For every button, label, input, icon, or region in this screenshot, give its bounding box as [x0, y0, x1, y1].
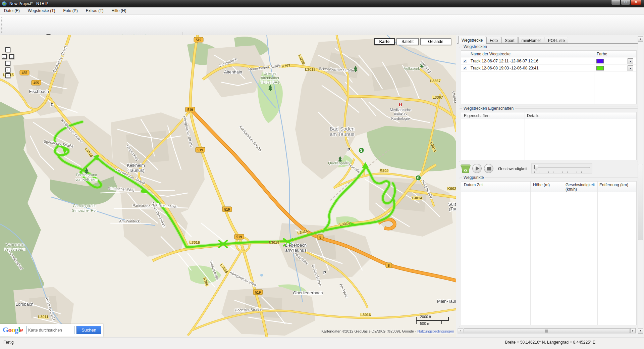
panel-vscrollbar[interactable]: ▴ ▾ [638, 36, 643, 334]
track-color-swatch[interactable] [596, 66, 604, 70]
search-button[interactable]: Suchen [76, 326, 101, 334]
svg-text:8: 8 [319, 236, 321, 239]
column-header-eigenschaften[interactable]: Eigenschaften [464, 113, 489, 118]
map-label: L3016 [360, 313, 371, 317]
map-label: L3011 [38, 315, 49, 319]
menu-bar: Datei (F)Wegstrecke (T)Foto (P)Extras (T… [0, 7, 644, 15]
map-label: L3367 [432, 95, 443, 99]
svg-text:519: 519 [198, 148, 203, 152]
map-label: Walterstein [6, 243, 24, 247]
scroll-right-arrow[interactable]: ▸ [630, 328, 636, 333]
pan-down-button[interactable]: ↓ [5, 61, 10, 66]
google-logo: Google [3, 326, 23, 334]
status-bar: Fertig Breite = 50,146216° N, Längengrad… [0, 337, 644, 349]
wegstrecken-group-label: Wegstrecken [462, 44, 488, 49]
map-label: Main-Taunu [437, 299, 456, 304]
minimize-button[interactable]: — [611, 0, 621, 5]
wegpunkte-column-header[interactable]: Höhe (m) [533, 183, 563, 187]
menu-item[interactable]: Extras (T) [82, 7, 108, 14]
zoom-out-button[interactable]: − [5, 73, 10, 78]
speed-label: Geschwindigkeit [498, 166, 527, 171]
slider-thumb[interactable] [534, 165, 538, 170]
toolbar-grip[interactable] [1, 17, 2, 33]
track-checkbox[interactable]: ✔ [463, 66, 467, 70]
map-label: L3014 [412, 196, 422, 200]
svg-text:519: 519 [255, 291, 261, 294]
track-color-swatch[interactable] [596, 59, 604, 63]
track-color-dropdown-button[interactable]: ▼ [628, 58, 633, 64]
search-input[interactable] [26, 326, 74, 334]
hscroll-thumb[interactable] [464, 328, 630, 333]
map-pond [260, 274, 263, 277]
map-label: L3016 [189, 240, 200, 244]
track-list: ✔Track 12-06-07 12:11~12-06-07 12:16▼✔Tr… [461, 58, 636, 104]
eigenschaften-group-label: Wegstrecken Eigenschaften [462, 106, 515, 111]
pan-up-button[interactable]: ↑ [5, 47, 10, 52]
map-type-Satellit[interactable]: Satellit [396, 38, 419, 45]
wegpunkte-column-header[interactable]: Entfernung (km) [599, 183, 633, 187]
zoom-in-button[interactable]: + [5, 67, 10, 72]
tab-miniHomer[interactable]: miniHomer [518, 37, 544, 44]
wegstrecken-group: Wegstrecken Name der Wegstrecke Farbe ✔T… [459, 47, 639, 106]
tab-POI-Liste[interactable]: POI-Liste [545, 37, 568, 44]
map-search-bar: Google Suchen [0, 324, 103, 337]
map-label: P [51, 102, 54, 107]
menu-item[interactable]: Wegstrecke (T) [24, 7, 59, 14]
wegpunkte-column-header[interactable]: Geschwindigkeit (km/h) [566, 183, 598, 192]
tab-Foto[interactable]: Foto [486, 37, 501, 44]
route-shield: 519 [253, 290, 263, 295]
column-header-name[interactable]: Name der Wegstrecke [471, 52, 511, 56]
scroll-left-arrow[interactable]: ◂ [458, 328, 463, 333]
map-label: Medizinische [390, 108, 411, 112]
wegpunkte-group: Wegpunkte Datum ZeitHöhe (m)Geschwindigk… [459, 178, 639, 327]
tab-Sport[interactable]: Sport [501, 37, 518, 44]
sbahn-logo: S [359, 148, 364, 153]
wegpunkte-group-label: Wegpunkte [462, 175, 485, 180]
track-checkbox[interactable]: ✔ [463, 59, 467, 63]
delete-track-button[interactable]: ♻ [460, 163, 471, 174]
column-header-details[interactable]: Details [527, 113, 539, 118]
track-row[interactable]: ✔Track 12-06-08 19:03~12-06-08 23:41▼ [461, 65, 636, 72]
terms-link[interactable]: Nutzungsbedingungen [417, 329, 454, 333]
maximize-button[interactable]: ▢ [621, 0, 630, 5]
map-label: Kardiologie [391, 116, 410, 120]
panel-hscrollbar[interactable]: ◂ ▸ [458, 328, 636, 334]
route-shield: 519 [196, 147, 205, 152]
close-button[interactable]: ✕ [631, 0, 641, 5]
stop-button[interactable] [484, 164, 493, 173]
map-label: L3016 [219, 263, 229, 273]
speed-slider[interactable] [531, 163, 592, 173]
map-label: K602 [447, 187, 456, 191]
route-shield: 8 [386, 263, 392, 268]
track-row[interactable]: ✔Track 12-06-07 12:11~12-06-07 12:16▼ [461, 58, 636, 65]
tab-Wegstrecke[interactable]: Wegstrecke [458, 36, 486, 44]
map-label: Parkstraße [132, 203, 151, 208]
title-bar: New Project* - NTRIP — ▢ ✕ [0, 0, 644, 7]
menu-item[interactable]: Foto (P) [59, 7, 82, 14]
status-text: Fertig [3, 340, 14, 345]
map-label: Altenhain [224, 69, 242, 74]
map-type-Karte[interactable]: Karte [374, 38, 395, 45]
map-canvas[interactable]: 45545551951951951951951988SS FischbachAl… [0, 35, 456, 337]
column-header-color[interactable]: Farbe [597, 52, 607, 56]
svg-text:455: 455 [22, 71, 28, 75]
map-label: am Taunus [330, 131, 354, 137]
scroll-up-arrow[interactable]: ▴ [638, 36, 643, 42]
wegpunkte-column-header[interactable]: Datum Zeit [464, 183, 529, 187]
menu-item[interactable]: Datei (F) [0, 7, 24, 14]
menu-item[interactable]: Hilfe (H) [107, 7, 130, 14]
pan-left-button[interactable]: ← [2, 54, 7, 59]
vscroll-thumb[interactable] [638, 164, 643, 240]
play-button[interactable] [472, 164, 482, 173]
toolbar: GPS ≫ » + fr + locr + K M Z GPX Zeit Zon… [0, 15, 644, 35]
window-title: New Project* - NTRIP [9, 1, 48, 6]
svg-text:455: 455 [34, 81, 39, 85]
track-color-dropdown-button[interactable]: ▼ [628, 65, 633, 71]
svg-text:519: 519 [224, 208, 230, 211]
map-type-Gelände[interactable]: Gelände [420, 38, 451, 45]
app-icon [2, 1, 7, 6]
track-name: Track 12-06-08 19:03~12-06-08 23:41 [471, 66, 539, 70]
map-label: Tal bei BA1 [261, 80, 279, 84]
pan-right-button[interactable]: → [9, 54, 14, 59]
scroll-down-arrow[interactable]: ▾ [638, 328, 643, 334]
